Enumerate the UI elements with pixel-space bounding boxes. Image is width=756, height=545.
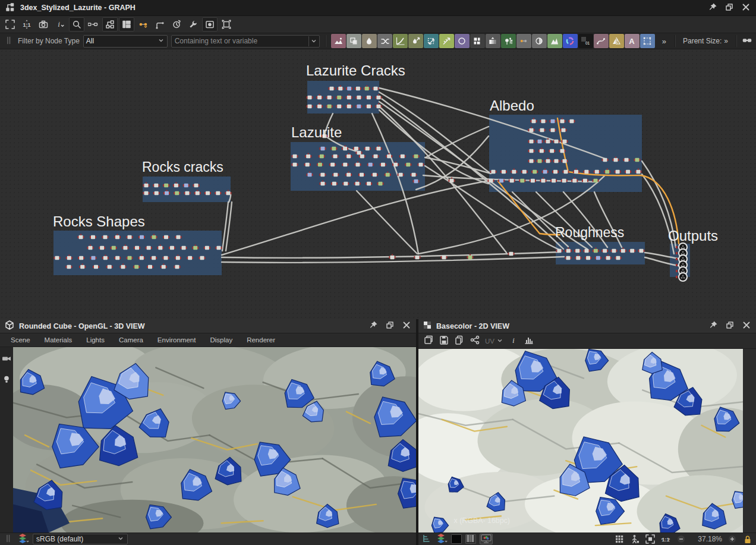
link-nodes-icon[interactable] [516, 34, 531, 48]
restore-icon[interactable] [724, 320, 735, 332]
lock-zoom-icon[interactable] [742, 534, 753, 544]
close-icon[interactable] [741, 320, 752, 332]
colorspace-layers-icon[interactable] [17, 533, 29, 545]
parent-size-label: Parent Size: [683, 37, 722, 45]
parent-size-control[interactable]: Parent Size: » [681, 37, 730, 45]
uv-label: UV [485, 338, 494, 345]
channel-shuffle-icon[interactable] [377, 34, 392, 48]
background-columns-swatch[interactable] [465, 534, 476, 544]
node-group[interactable] [143, 177, 231, 202]
colorspace-select[interactable]: sRGB (default) [33, 534, 128, 544]
display-rgb-button[interactable] [480, 534, 493, 544]
open-subgraph-icon[interactable] [102, 17, 118, 31]
compute-timing-icon[interactable] [169, 17, 184, 31]
group-label: Rocks Shapes [53, 213, 145, 229]
node-graph[interactable]: Lazurite CracksLazuriteRocks cracksRocks… [0, 49, 756, 321]
3d-view-panel: Rounded Cube - OpenGL - 3D VIEW SceneMat… [0, 319, 416, 545]
node-graph-canvas[interactable]: Lazurite CracksLazuriteRocks cracksRocks… [0, 49, 756, 319]
3d-viewport-wrap [0, 347, 416, 533]
fit-view-icon[interactable] [2, 17, 18, 31]
gradient-map-icon[interactable] [486, 34, 500, 48]
panels-icon[interactable] [119, 17, 134, 31]
link-size-icon[interactable] [742, 35, 752, 48]
camera-video-icon[interactable] [1, 353, 12, 366]
grid-toggle-icon[interactable] [614, 534, 625, 544]
fit-image-icon[interactable] [645, 534, 656, 544]
zoom-out-button[interactable] [676, 534, 686, 544]
restore-icon[interactable] [724, 2, 735, 14]
pin-icon[interactable] [707, 2, 718, 14]
mannequin-icon[interactable] [629, 534, 640, 544]
menu-scene[interactable]: Scene [4, 336, 37, 344]
color-wheel-icon[interactable] [563, 34, 578, 48]
mirror-icon[interactable] [609, 34, 624, 48]
link-display-icon[interactable] [86, 17, 101, 31]
shape-icon[interactable] [455, 34, 470, 48]
menu-lights[interactable]: Lights [79, 336, 112, 344]
uniform-color-icon[interactable] [331, 34, 346, 48]
menu-environment[interactable]: Environment [150, 336, 203, 344]
bottom-panels: Rounded Cube - OpenGL - 3D VIEW SceneMat… [0, 319, 756, 545]
actual-size-icon[interactable]: 1:1 [19, 17, 34, 31]
blur-icon[interactable] [362, 34, 377, 48]
copy-icon[interactable] [454, 335, 465, 347]
tools-icon[interactable] [185, 17, 201, 31]
substance-designer-window: 3dex_Stylized_Lazurite - GRAPH 1:1i Filt… [0, 0, 756, 545]
crop-icon[interactable] [640, 34, 655, 48]
menu-materials[interactable]: Materials [37, 336, 80, 344]
2d-view-panel: Basecolor - 2D VIEW UV i [416, 319, 756, 545]
pixel-ratio-icon[interactable]: 1:1 [660, 534, 671, 544]
histogram-scan-icon[interactable] [547, 34, 562, 48]
blend-icon[interactable] [346, 34, 361, 48]
directional-warp-icon[interactable] [439, 34, 454, 48]
3d-view-menubar: SceneMaterialsLightsCameraEnvironmentDis… [0, 333, 416, 347]
restore-icon[interactable] [385, 320, 395, 332]
transform-icon[interactable] [424, 34, 439, 48]
thumbnail-icon[interactable] [202, 17, 218, 31]
pin-icon[interactable] [368, 320, 379, 332]
zoom-search-icon[interactable] [69, 17, 84, 31]
histogram-icon[interactable] [524, 335, 534, 347]
menu-renderer[interactable]: Renderer [240, 336, 282, 344]
zoom-in-button[interactable] [727, 534, 738, 544]
search-input[interactable] [172, 37, 308, 45]
background-black-swatch[interactable] [451, 534, 462, 544]
layer-tree-icon[interactable] [421, 533, 432, 545]
search-box [171, 35, 320, 48]
colorspace-layers-icon[interactable] [436, 533, 448, 545]
share-graph-icon[interactable] [470, 335, 480, 347]
uv-mode-select[interactable]: UV [485, 337, 503, 345]
graph-filterbar: Filter by Node Type All 01A » Parent Siz… [0, 33, 756, 49]
info-mode-icon[interactable]: i [52, 17, 68, 31]
slope-blur-icon[interactable] [408, 34, 423, 48]
ambient-occlusion-icon[interactable] [532, 34, 547, 48]
2d-viewport-wrap: x (RGBA- 16bpc) [418, 349, 756, 533]
2d-viewport[interactable]: x (RGBA- 16bpc) [418, 349, 743, 533]
new-image-icon[interactable] [423, 335, 434, 347]
info-icon[interactable]: i [508, 335, 519, 347]
menu-display[interactable]: Display [203, 336, 240, 344]
light-bulb-icon[interactable] [1, 374, 12, 386]
search-options-button[interactable] [308, 36, 319, 46]
spline-icon[interactable] [594, 34, 609, 48]
frame-grid-icon[interactable] [219, 17, 234, 31]
elbow-connection-icon[interactable] [152, 17, 168, 31]
3d-viewport[interactable] [13, 347, 416, 533]
scene-points-icon[interactable] [501, 34, 516, 48]
node-group[interactable] [556, 242, 645, 264]
screenshot-icon[interactable] [36, 17, 51, 31]
curve-icon[interactable] [393, 34, 408, 48]
tile-sampler-icon[interactable] [470, 34, 485, 48]
node-type-select[interactable]: All [83, 35, 168, 48]
palette-overflow-button[interactable]: » [659, 37, 669, 46]
connection-dots-icon[interactable] [136, 17, 151, 31]
pin-icon[interactable] [708, 320, 719, 332]
text-node-icon[interactable]: A [625, 34, 640, 48]
close-icon[interactable] [741, 2, 751, 14]
save-icon[interactable] [439, 335, 449, 347]
2d-view-header: Basecolor - 2D VIEW [418, 319, 756, 333]
filter-label: Filter by Node Type [18, 37, 80, 45]
close-icon[interactable] [401, 320, 412, 332]
bitmap-01-icon[interactable]: 01 [578, 34, 593, 48]
menu-camera[interactable]: Camera [112, 336, 150, 344]
